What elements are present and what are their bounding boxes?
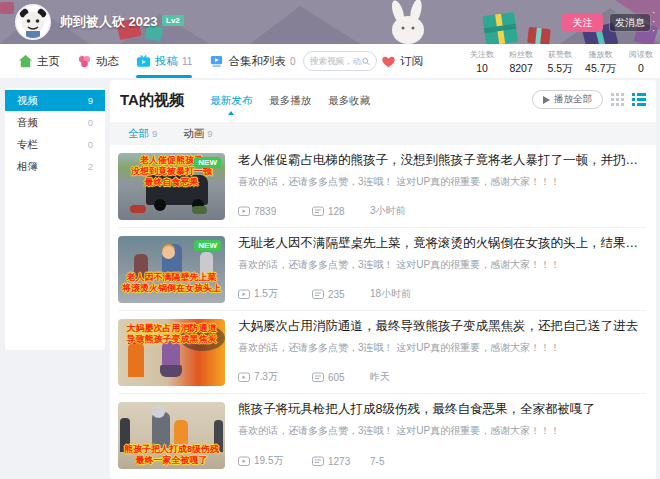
play-count: 7.3万 — [254, 370, 278, 384]
stat-plays[interactable]: 播放数 45.7万 — [585, 49, 616, 76]
video-date: 7-5 — [370, 456, 384, 467]
video-description: 喜欢的话，还请多多点赞，3连哦！ 这对UP真的很重要，感谢大家！！！ — [238, 424, 646, 438]
video-list-item: 大妈屡次占用消防通道 导致熊孩子变成黑焦炭 大妈屡次占用消防通道，最终导致熊孩子… — [118, 311, 646, 394]
send-message-button[interactable]: 发消息 — [609, 13, 651, 32]
danmaku-icon — [312, 372, 324, 383]
video-list-item: 熊孩子把人打成8级伤残 最终一家全被嘎了 熊孩子将玩具枪把人打成8级伤残，最终自… — [118, 394, 646, 477]
home-icon — [18, 54, 33, 69]
play-count: 1.5万 — [254, 287, 278, 301]
video-title[interactable]: 老人催促霸占电梯的熊孩子，没想到熊孩子竟将老人暴打了一顿，并扔下了楼梯，最终。。… — [238, 145, 646, 169]
tab-subscriptions[interactable]: 订阅 — [381, 44, 423, 78]
play-count: 19.5万 — [254, 454, 283, 468]
danmaku-icon — [312, 289, 324, 300]
thumbnail-art — [152, 412, 170, 448]
thumbnail-text: 将滚烫火锅倒在女孩头上 — [118, 283, 225, 294]
video-thumbnail[interactable]: 熊孩子把人打成8级伤残 最终一家全被嘎了 — [118, 402, 225, 469]
sort-most-favorited[interactable]: 最多收藏 — [328, 94, 370, 108]
search-input[interactable] — [310, 56, 362, 66]
search-icon[interactable] — [362, 56, 370, 67]
video-description: 喜欢的话，还请多多点赞，3连哦！ 这对UP真的很重要，感谢大家！！！ — [238, 258, 646, 272]
sidebar-item-albums[interactable]: 相簿 2 — [5, 156, 105, 177]
user-space-page: 帅到被人砍 2023 Lv2 关注 发消息 ··· 主页 动态 投稿 11 合集… — [0, 0, 660, 479]
video-description: 喜欢的话，还请多多点赞，3连哦！ 这对UP真的很重要，感谢大家！！！ — [238, 341, 646, 355]
space-search — [303, 51, 377, 71]
video-stats: 1.5万 235 18小时前 — [238, 287, 411, 301]
grid-view-icon[interactable] — [611, 93, 624, 106]
profile-banner: 帅到被人砍 2023 Lv2 关注 发消息 ··· — [0, 0, 660, 44]
danmaku-icon — [312, 456, 324, 467]
stat-following[interactable]: 关注数 10 — [468, 49, 496, 76]
thumbnail-art — [130, 205, 146, 213]
thumbnail-text: 老人因不满隔壁先上菜 — [118, 272, 225, 283]
thumbnail-text: 大妈屡次占用消防通道 — [118, 323, 225, 334]
stat-followers[interactable]: 粉丝数 8207 — [507, 49, 535, 76]
danmaku-count: 128 — [328, 206, 345, 217]
collection-icon — [209, 54, 224, 69]
tab-videos-active[interactable]: 投稿 11 — [136, 44, 192, 78]
danmaku-count: 605 — [328, 372, 345, 383]
play-count-icon — [238, 456, 250, 467]
tv-upload-icon — [136, 54, 151, 69]
new-badge: NEW — [194, 240, 221, 251]
heart-icon — [381, 54, 396, 69]
danmaku-count: 235 — [328, 289, 345, 300]
page-title: TA的视频 — [120, 91, 184, 110]
thumbnail-text: 熊孩子把人打成8级伤残 — [118, 444, 225, 455]
thumbnail-art — [154, 199, 166, 211]
filter-all[interactable]: 全部9 — [128, 127, 157, 141]
thumbnail-art — [174, 420, 188, 444]
tab-home[interactable]: 主页 — [18, 44, 60, 78]
video-thumbnail[interactable]: 大妈屡次占用消防通道 导致熊孩子变成黑焦炭 — [118, 319, 225, 386]
video-list-panel: TA的视频 最新发布 最多播放 最多收藏 播放全部 — [110, 80, 656, 479]
video-list-item: 老人催促熊孩子 没想到竟被暴打一顿 最终自食恶果 NEW 老人催促霸占电梯的熊孩… — [118, 145, 646, 228]
sidebar-item-articles[interactable]: 专栏 0 — [5, 134, 105, 155]
space-navbar: 主页 动态 投稿 11 合集和列表 0 收藏 1 — [0, 44, 660, 78]
thumbnail-text: 最终自食恶果 — [118, 177, 225, 188]
video-stats: 7839 128 3小时前 — [238, 204, 406, 218]
sort-tabs: 最新发布 最多播放 最多收藏 — [210, 94, 370, 108]
category-filter-bar: 全部9 动画9 — [110, 122, 656, 145]
content-sidebar: 视频 9 音频 0 专栏 0 相簿 2 — [5, 88, 105, 350]
danmaku-count: 1273 — [328, 456, 350, 467]
new-badge: NEW — [194, 157, 221, 168]
play-all-button[interactable]: 播放全部 — [532, 90, 603, 109]
danmaku-icon — [312, 206, 324, 217]
sort-latest[interactable]: 最新发布 — [210, 94, 252, 108]
list-view-icon[interactable] — [632, 93, 646, 106]
stat-likes[interactable]: 获赞数 5.5万 — [546, 49, 574, 76]
sort-most-played[interactable]: 最多播放 — [269, 94, 311, 108]
thumbnail-art — [160, 365, 182, 377]
play-count-icon — [238, 206, 250, 217]
video-list-item: 老人因不满隔壁先上菜 将滚烫火锅倒在女孩头上 NEW 无耻老人因不满隔壁桌先上菜… — [118, 228, 646, 311]
video-title[interactable]: 熊孩子将玩具枪把人打成8级伤残，最终自食恶果，全家都被嘎了 — [238, 394, 646, 418]
header-controls: 播放全部 — [532, 90, 646, 109]
tab-collections[interactable]: 合集和列表 0 — [209, 44, 295, 78]
stat-reads[interactable]: 阅读数 0 — [627, 49, 655, 76]
video-description: 喜欢的话，还请多多点赞，3连哦！ 这对UP真的很重要，感谢大家！！！ — [238, 175, 646, 189]
play-count: 7839 — [254, 206, 276, 217]
tab-dynamic[interactable]: 动态 — [77, 44, 119, 78]
video-date: 18小时前 — [370, 287, 411, 301]
play-icon — [543, 96, 550, 104]
video-date: 3小时前 — [370, 204, 406, 218]
video-thumbnail[interactable]: 老人因不满隔壁先上菜 将滚烫火锅倒在女孩头上 NEW — [118, 236, 225, 303]
play-count-icon — [238, 372, 250, 383]
video-date: 昨天 — [370, 370, 390, 384]
video-thumbnail[interactable]: 老人催促熊孩子 没想到竟被暴打一顿 最终自食恶果 NEW — [118, 153, 225, 220]
main-header: TA的视频 最新发布 最多播放 最多收藏 播放全部 — [110, 80, 656, 118]
video-title[interactable]: 无耻老人因不满隔壁桌先上菜，竟将滚烫的火锅倒在女孩的头上，结果。。。 — [238, 228, 646, 252]
filter-animation[interactable]: 动画9 — [183, 127, 212, 141]
video-title[interactable]: 大妈屡次占用消防通道，最终导致熊孩子变成黑焦炭，还把自己送了进去 — [238, 311, 646, 335]
thumbnail-text: 最终一家全被嘎了 — [118, 455, 225, 466]
play-count-icon — [238, 289, 250, 300]
sidebar-item-audio[interactable]: 音频 0 — [5, 112, 105, 133]
dynamic-icon — [77, 54, 92, 69]
video-stats: 7.3万 605 昨天 — [238, 370, 390, 384]
follow-button[interactable]: 关注 — [562, 13, 603, 32]
avatar[interactable] — [15, 4, 51, 40]
sidebar-item-videos[interactable]: 视频 9 — [5, 90, 105, 111]
panda-avatar-icon — [17, 6, 49, 38]
thumbnail-text: 导致熊孩子变成黑焦炭 — [118, 334, 225, 345]
thumbnail-art — [192, 206, 207, 214]
more-options-icon[interactable]: ··· — [652, 8, 655, 35]
